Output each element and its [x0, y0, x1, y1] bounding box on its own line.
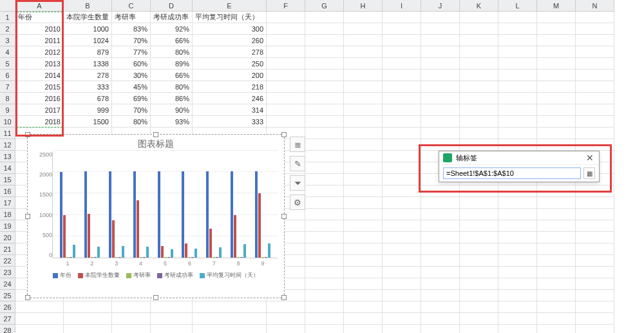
- cell[interactable]: [305, 278, 344, 290]
- cell[interactable]: 1024: [64, 35, 112, 46]
- cell[interactable]: [537, 232, 576, 243]
- cell[interactable]: [576, 35, 614, 46]
- cell[interactable]: [64, 325, 112, 333]
- row-header[interactable]: 7: [0, 81, 15, 93]
- cell[interactable]: [267, 116, 305, 128]
- bar[interactable]: [161, 246, 164, 258]
- column-header[interactable]: I: [383, 0, 421, 12]
- cell[interactable]: [498, 301, 537, 313]
- cell[interactable]: [421, 278, 460, 290]
- cell[interactable]: 2017: [15, 104, 64, 116]
- resize-handle[interactable]: [281, 132, 287, 137]
- cell[interactable]: [460, 35, 498, 46]
- legend-item[interactable]: 本院学生数量: [78, 271, 120, 280]
- bar[interactable]: [171, 249, 173, 258]
- cell[interactable]: [383, 186, 421, 197]
- cell[interactable]: [383, 220, 421, 232]
- row-header[interactable]: 23: [0, 267, 15, 278]
- row-header[interactable]: 12: [0, 139, 15, 151]
- cell[interactable]: 278: [64, 70, 112, 81]
- cell[interactable]: [537, 116, 576, 128]
- cell[interactable]: [537, 290, 576, 301]
- bar[interactable]: [97, 247, 100, 258]
- cell[interactable]: [344, 139, 383, 151]
- cell[interactable]: [267, 70, 305, 81]
- cell[interactable]: [498, 313, 537, 325]
- bar[interactable]: [188, 257, 191, 258]
- cell[interactable]: [498, 220, 537, 232]
- cell[interactable]: 2012: [15, 46, 64, 58]
- row-header[interactable]: 13: [0, 151, 15, 162]
- cell[interactable]: [344, 104, 383, 116]
- cell[interactable]: [383, 162, 421, 174]
- cell[interactable]: [305, 58, 344, 70]
- bar[interactable]: [219, 247, 222, 258]
- cell[interactable]: 333: [64, 81, 112, 93]
- bar[interactable]: [115, 257, 118, 258]
- cell[interactable]: 200: [193, 70, 267, 81]
- chart-settings-button[interactable]: ⚙: [290, 195, 305, 210]
- bar[interactable]: [109, 171, 111, 258]
- cell[interactable]: [421, 23, 460, 35]
- row-header[interactable]: 19: [0, 220, 15, 232]
- chart-elements-button[interactable]: ≣: [290, 137, 305, 152]
- cell[interactable]: 2013: [15, 58, 64, 70]
- cell[interactable]: [498, 93, 537, 104]
- cell[interactable]: [498, 104, 537, 116]
- cell[interactable]: [421, 243, 460, 255]
- cell[interactable]: [576, 46, 614, 58]
- cell[interactable]: [151, 301, 193, 313]
- cell[interactable]: [383, 278, 421, 290]
- cell[interactable]: [460, 58, 498, 70]
- cell[interactable]: [498, 23, 537, 35]
- cell[interactable]: [460, 116, 498, 128]
- row-header[interactable]: 26: [0, 301, 15, 313]
- cell[interactable]: 333: [193, 116, 267, 128]
- cell[interactable]: [344, 128, 383, 139]
- cell[interactable]: [576, 58, 614, 70]
- cell[interactable]: [344, 290, 383, 301]
- cell[interactable]: [576, 232, 614, 243]
- cell[interactable]: 80%: [151, 81, 193, 93]
- cell[interactable]: [460, 232, 498, 243]
- cell[interactable]: [112, 301, 151, 313]
- cell[interactable]: [64, 313, 112, 325]
- cell[interactable]: [576, 81, 614, 93]
- cell[interactable]: [383, 174, 421, 186]
- bar[interactable]: [213, 257, 215, 258]
- cell[interactable]: [576, 23, 614, 35]
- cell[interactable]: [383, 128, 421, 139]
- row-header[interactable]: 4: [0, 46, 15, 58]
- cell[interactable]: [498, 116, 537, 128]
- cell[interactable]: [576, 255, 614, 267]
- resize-handle[interactable]: [281, 295, 287, 300]
- column-header[interactable]: M: [537, 0, 576, 12]
- cell[interactable]: [383, 93, 421, 104]
- cell[interactable]: [15, 325, 64, 333]
- cell[interactable]: [460, 313, 498, 325]
- bar[interactable]: [265, 257, 267, 258]
- cell[interactable]: 250: [193, 58, 267, 70]
- cell[interactable]: [537, 23, 576, 35]
- cell[interactable]: 246: [193, 93, 267, 104]
- cell[interactable]: [537, 128, 576, 139]
- bar[interactable]: [73, 245, 75, 258]
- cell[interactable]: [421, 81, 460, 93]
- cell[interactable]: 66%: [151, 70, 193, 81]
- cell[interactable]: [305, 209, 344, 220]
- column-header[interactable]: C: [112, 0, 151, 12]
- cell[interactable]: [537, 325, 576, 333]
- cell[interactable]: [305, 325, 344, 333]
- cell[interactable]: 80%: [112, 116, 151, 128]
- bar[interactable]: [88, 214, 90, 258]
- cell[interactable]: [305, 12, 344, 23]
- cell[interactable]: 2010: [15, 23, 64, 35]
- row-header[interactable]: 21: [0, 243, 15, 255]
- cell[interactable]: [267, 93, 305, 104]
- row-header[interactable]: 8: [0, 93, 15, 104]
- cell[interactable]: [305, 255, 344, 267]
- cell[interactable]: [305, 267, 344, 278]
- chart-legend[interactable]: 年份本院学生数量考研率考研成功率平均复习时间（天）: [28, 267, 284, 283]
- bar[interactable]: [70, 257, 72, 258]
- cell[interactable]: 2015: [15, 81, 64, 93]
